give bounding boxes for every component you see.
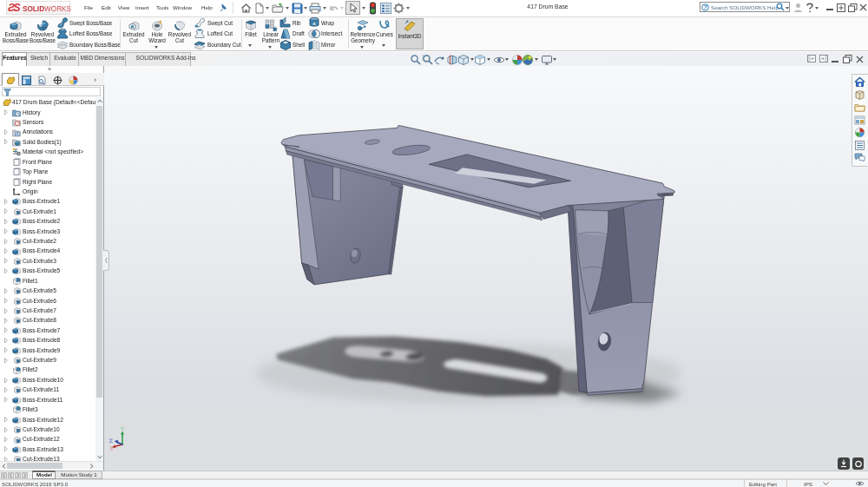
svg-text:?: ? (704, 4, 707, 10)
